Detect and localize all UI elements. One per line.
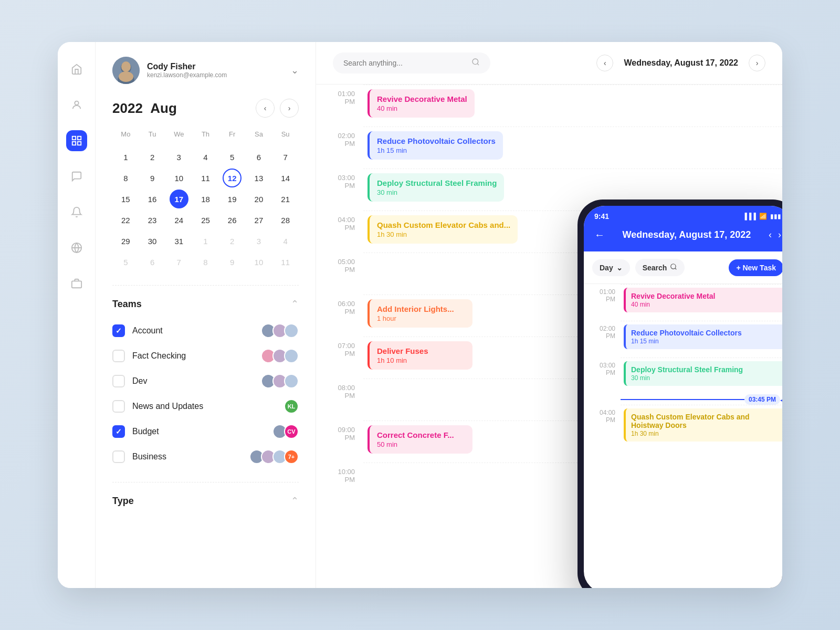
phone-search-button[interactable]: Search: [635, 259, 685, 276]
calendar-day[interactable]: 4: [196, 148, 215, 166]
event-block[interactable]: Reduce Photovoltaic Collectors1h 15 min: [368, 131, 503, 160]
calendar-day[interactable]: 8: [116, 169, 135, 187]
calendar-day[interactable]: 11: [276, 253, 295, 271]
time-label: 06:00 PM: [316, 295, 363, 316]
wifi-icon: 📶: [759, 213, 767, 220]
team-checkbox[interactable]: [112, 350, 125, 362]
calendar-day[interactable]: 7: [170, 253, 188, 271]
calendar-day[interactable]: 20: [249, 190, 268, 208]
time-indicator-label: 03:45 PM: [744, 394, 780, 405]
calendar-day[interactable]: 12: [223, 169, 242, 187]
calendar-day[interactable]: 3: [170, 148, 188, 166]
globe-icon[interactable]: [66, 237, 87, 258]
user-menu-chevron[interactable]: ⌄: [291, 65, 299, 76]
phone-new-task-button[interactable]: + New Task: [729, 259, 782, 276]
type-collapse-icon[interactable]: ⌃: [291, 495, 299, 507]
calendar-day[interactable]: 31: [170, 232, 188, 250]
calendar-day[interactable]: 9: [223, 253, 242, 271]
phone-prev-icon[interactable]: ‹: [769, 229, 772, 240]
user-icon[interactable]: [66, 94, 87, 116]
calendar-day[interactable]: 10: [170, 169, 188, 187]
phone-date-label: Wednesday, August 17, 2022: [623, 229, 751, 240]
time-label: 03:00 PM: [316, 169, 363, 190]
calendar-day[interactable]: 23: [143, 211, 162, 229]
team-item[interactable]: Fact Checking: [112, 343, 299, 369]
chat-icon[interactable]: [66, 166, 87, 187]
phone-time-row: 01:00 PMRevive Decorative Metal40 min: [584, 284, 782, 321]
event-block[interactable]: Deploy Structural Steel Framing30 min: [368, 173, 504, 202]
calendar-day[interactable]: 2: [223, 232, 242, 250]
next-day-button[interactable]: ›: [749, 55, 765, 71]
bell-icon[interactable]: [66, 202, 87, 223]
calendar-day[interactable]: 29: [116, 232, 135, 250]
event-block[interactable]: Revive Decorative Metal40 min: [368, 89, 475, 118]
calendar-day[interactable]: 3: [249, 232, 268, 250]
calendar-day[interactable]: 26: [223, 211, 242, 229]
date-label: Wednesday, August 17, 2022: [624, 58, 738, 68]
svg-rect-4: [77, 142, 80, 145]
home-icon[interactable]: [66, 59, 87, 80]
calendar-day[interactable]: 13: [249, 169, 268, 187]
event-block[interactable]: Correct Concrete F...50 min: [368, 425, 472, 454]
calendar-day[interactable]: 17: [170, 190, 188, 208]
calendar-day[interactable]: 27: [249, 211, 268, 229]
event-block[interactable]: Add Interior Lights...1 hour: [368, 299, 472, 328]
time-label: 01:00 PM: [316, 85, 363, 106]
team-item[interactable]: Dev: [112, 369, 299, 394]
phone-next-icon[interactable]: ›: [778, 229, 781, 240]
team-item[interactable]: Account: [112, 318, 299, 343]
phone-status-bar: 9:41 ▐▐▐ 📶 ▮▮▮: [584, 206, 782, 225]
calendar-day[interactable]: 22: [116, 211, 135, 229]
search-box[interactable]: [333, 52, 490, 74]
calendar-day[interactable]: 8: [196, 253, 215, 271]
calendar-day[interactable]: 24: [170, 211, 188, 229]
teams-collapse-icon[interactable]: ⌃: [291, 298, 299, 310]
calendar-day[interactable]: 18: [196, 190, 215, 208]
calendar-day[interactable]: 6: [249, 148, 268, 166]
calendar-day[interactable]: 6: [143, 253, 162, 271]
briefcase-icon[interactable]: [66, 273, 87, 294]
next-month-button[interactable]: ›: [280, 99, 299, 118]
calendar-day[interactable]: 1: [116, 148, 135, 166]
calendar-day[interactable]: 5: [223, 148, 242, 166]
calendar-day[interactable]: 30: [143, 232, 162, 250]
team-item[interactable]: BudgetCV: [112, 419, 299, 444]
prev-day-button[interactable]: ‹: [596, 55, 613, 71]
calendar-day[interactable]: 10: [249, 253, 268, 271]
calendar-day[interactable]: 1: [196, 232, 215, 250]
phone-event-block[interactable]: Quash Custom Elevator Cabs and Hoistway …: [624, 408, 782, 442]
calendar-day[interactable]: 15: [116, 190, 135, 208]
phone-event-block[interactable]: Revive Decorative Metal40 min: [624, 288, 782, 312]
calendar-day[interactable]: 7: [276, 148, 295, 166]
team-checkbox[interactable]: [112, 400, 125, 413]
team-item[interactable]: News and UpdatesKL: [112, 394, 299, 419]
team-checkbox[interactable]: [112, 375, 125, 387]
calendar-day[interactable]: 9: [143, 169, 162, 187]
dow-su: Su: [272, 128, 299, 140]
calendar-day[interactable]: 11: [196, 169, 215, 187]
calendar-day[interactable]: 25: [196, 211, 215, 229]
event-block[interactable]: Deliver Fuses1h 10 min: [368, 341, 472, 370]
time-indicator-arrow-icon: ◀: [780, 395, 782, 405]
prev-month-button[interactable]: ‹: [256, 99, 275, 118]
phone-back-icon[interactable]: ←: [594, 229, 605, 241]
phone-day-button[interactable]: Day ⌄: [592, 259, 630, 276]
team-item[interactable]: Business7+: [112, 444, 299, 469]
calendar-day[interactable]: 5: [116, 253, 135, 271]
calendar-day[interactable]: 21: [276, 190, 295, 208]
event-block[interactable]: Quash Custom Elevator Cabs and...1h 30 m…: [368, 215, 518, 244]
calendar-day[interactable]: 28: [276, 211, 295, 229]
date-nav: ‹ Wednesday, August 17, 2022 ›: [596, 55, 765, 71]
calendar-day[interactable]: 4: [276, 232, 295, 250]
search-input[interactable]: [343, 59, 466, 67]
calendar-day[interactable]: 14: [276, 169, 295, 187]
calendar-day[interactable]: 2: [143, 148, 162, 166]
calendar-day[interactable]: 16: [143, 190, 162, 208]
calendar-day[interactable]: 19: [223, 190, 242, 208]
team-checkbox[interactable]: [112, 450, 125, 463]
team-checkbox[interactable]: [112, 324, 125, 337]
phone-event-block[interactable]: Reduce Photovoltaic Collectors1h 15 min: [624, 324, 782, 349]
phone-event-block[interactable]: Deploy Structural Steel Framing30 min: [624, 361, 782, 386]
team-checkbox[interactable]: [112, 425, 125, 438]
grid-icon[interactable]: [66, 130, 87, 151]
